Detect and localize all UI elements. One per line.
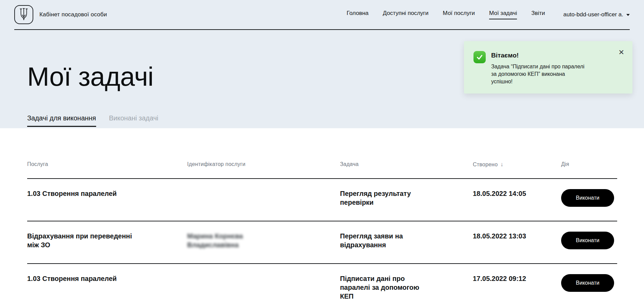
check-success-icon	[473, 51, 486, 63]
user-menu-label: auto-bdd-user-officer a.	[564, 11, 623, 18]
tabs: Задачі для виконання Виконані задачі	[27, 114, 644, 127]
nav-item-zvity[interactable]: Звіти	[531, 10, 545, 19]
cell-task: Перегляд заяви на відрахування	[340, 232, 432, 249]
cell-action: Виконати	[561, 274, 617, 292]
cell-created: 17.05.2022 09:12	[473, 274, 561, 283]
cell-service: Відрахування при переведенні між ЗО	[27, 232, 143, 249]
toast-title: Вітаємо!	[491, 52, 624, 59]
table-row: 1.03 Створення паралелей Підписати дані …	[27, 264, 617, 301]
toast-message: Задача “Підписати дані про паралелі за д…	[491, 63, 624, 85]
table-header-row: Послуга Ідентифікатор послуги Задача Ств…	[27, 161, 617, 179]
execute-button[interactable]: Виконати	[561, 189, 614, 207]
cell-service: 1.03 Створення паралелей	[27, 189, 143, 198]
nav-item-dostupni-posluhy[interactable]: Доступні послуги	[383, 10, 429, 19]
execute-button[interactable]: Виконати	[561, 232, 614, 249]
cell-task: Перегляд результату перевірки	[340, 189, 432, 207]
toast-message-line: Задача “Підписати дані про паралелі	[491, 63, 624, 70]
nav-item-moi-posluhy[interactable]: Мої послуги	[443, 10, 475, 19]
app-title: Кабінет посадової особи	[39, 11, 107, 18]
nav-item-moi-zadachi[interactable]: Мої задачі	[489, 10, 517, 19]
column-header-identifier: Ідентифікатор послуги	[187, 161, 340, 167]
success-toast: Вітаємо! Задача “Підписати дані про пара…	[464, 41, 632, 94]
navbar: Кабінет посадової особи Головна Доступні…	[14, 0, 630, 30]
toast-message-line: за допомогою КЕП” виконана	[491, 70, 624, 78]
tryzub-logo-icon[interactable]	[14, 5, 33, 24]
tasks-table: Послуга Ідентифікатор послуги Задача Ств…	[0, 128, 644, 301]
nav-item-holovna[interactable]: Головна	[346, 10, 369, 19]
column-header-action: Дія	[561, 161, 617, 167]
tab-tasks-done[interactable]: Виконані задачі	[109, 114, 158, 127]
tab-tasks-todo[interactable]: Задачі для виконання	[27, 114, 96, 127]
cell-service: 1.03 Створення паралелей	[27, 274, 143, 283]
cell-created: 18.05.2022 13:03	[473, 232, 561, 240]
toast-message-line: успішно!	[491, 78, 624, 85]
cell-action: Виконати	[561, 189, 617, 207]
table-row: 1.03 Створення паралелей Перегляд резуль…	[27, 179, 617, 221]
cell-task: Підписати дані про паралелі за допомогою…	[340, 274, 432, 301]
cell-identifier-blurred: Марина Корнєва Владиславівна	[187, 232, 248, 249]
column-header-created-label: Створено	[473, 162, 498, 168]
main-nav: Головна Доступні послуги Мої послуги Мої…	[346, 10, 630, 19]
user-menu[interactable]: auto-bdd-user-officer a.	[564, 11, 630, 18]
cell-action: Виконати	[561, 232, 617, 249]
chevron-down-icon	[626, 14, 630, 16]
column-header-task: Задача	[340, 161, 473, 167]
toast-body: Вітаємо! Задача “Підписати дані про пара…	[491, 50, 624, 85]
sort-desc-arrow-icon: ↓	[500, 161, 503, 168]
close-icon[interactable]: ✕	[618, 49, 624, 56]
cell-created: 18.05.2022 14:05	[473, 189, 561, 198]
column-header-created-sortable[interactable]: Створено ↓	[473, 161, 561, 168]
column-header-service: Послуга	[27, 161, 187, 167]
table-row: Відрахування при переведенні між ЗО Мари…	[27, 221, 617, 264]
execute-button[interactable]: Виконати	[561, 274, 614, 292]
